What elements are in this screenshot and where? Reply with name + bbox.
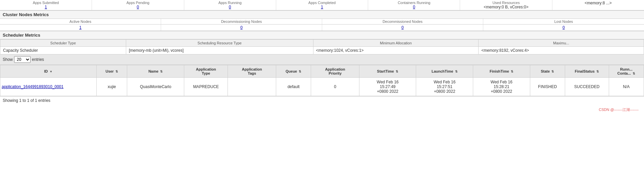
decommissioned-nodes-label: Decommissioned Nodes xyxy=(324,19,482,24)
cell-id: application_1644991893010_0001 xyxy=(0,78,97,96)
maximum-allocation-col-header: Maximu... xyxy=(479,40,644,47)
apps-completed-cell: Apps Completed 1 xyxy=(276,0,368,10)
decommissioned-nodes-value[interactable]: 0 xyxy=(324,25,482,30)
containers-running-cell: Containers Running 0 xyxy=(368,0,460,10)
col-header-id[interactable]: ID ▼ xyxy=(0,65,97,78)
cell-starttime: Wed Feb 1615:27:49+0800 2022 xyxy=(359,78,416,96)
scheduling-resource-type-value: [memory-mb (unit=Mi), vcores] xyxy=(126,47,313,54)
sort-icon-name: ⇅ xyxy=(160,70,163,73)
sort-icon-starttime: ⇅ xyxy=(396,70,398,73)
app-id-link[interactable]: application_1644991893010_0001 xyxy=(2,84,63,89)
main-container: Apps Submitted 1 Apps Pending 0 Apps Run… xyxy=(0,0,644,115)
showing-footer: Showing 1 to 1 of 1 entries xyxy=(0,96,644,105)
apps-pending-label: Apps Pending xyxy=(93,1,182,5)
sort-icon-id: ▼ xyxy=(50,70,53,73)
containers-running-label: Containers Running xyxy=(369,1,458,5)
scheduler-type-value: Capacity Scheduler xyxy=(0,47,126,54)
scheduler-header: Scheduler Metrics xyxy=(0,31,644,39)
applications-table: ID ▼ User ⇅ Name ⇅ ApplicationType Appli… xyxy=(0,65,644,96)
decommissioned-nodes-label-cell: Decommissioned Nodes xyxy=(322,19,483,24)
cell-state: FINISHED xyxy=(530,78,565,96)
apps-pending-value[interactable]: 0 xyxy=(93,5,182,9)
used-resources-value: <memory:0 B, vCores:0> xyxy=(461,5,550,9)
sort-icon-state: ⇅ xyxy=(551,70,554,73)
col-header-runcontainers[interactable]: Runn...Conta... ⇅ xyxy=(609,65,644,78)
nodes-values-row: 1 0 0 0 xyxy=(0,25,644,31)
watermark-text: CSDN @-------江湖------- xyxy=(599,108,639,112)
col-header-apptype: ApplicationType xyxy=(184,65,228,78)
sort-icon-runcont: ⇅ xyxy=(633,72,635,75)
apps-completed-value[interactable]: 1 xyxy=(278,5,366,9)
cell-finalstatus: SUCCEEDED xyxy=(565,78,609,96)
col-header-apptags: ApplicationTags xyxy=(228,65,276,78)
cell-apptype: MAPREDUCE xyxy=(184,78,228,96)
show-entries-bar: Show 20 10 50 100 entries xyxy=(0,54,644,65)
used-resources2-cell: <memory:8 ...> xyxy=(552,0,644,10)
decommissioning-nodes-value[interactable]: 0 xyxy=(162,25,320,30)
col-header-user[interactable]: User ⇅ xyxy=(97,65,127,78)
apps-running-cell: Apps Running 0 xyxy=(184,0,276,10)
watermark: CSDN @-------江湖------- xyxy=(0,105,644,115)
cell-finishtime: Wed Feb 1615:28:21+0800 2022 xyxy=(473,78,530,96)
lost-nodes-value[interactable]: 0 xyxy=(485,25,643,30)
maximum-allocation-value: <memory:8192, vCores:4> xyxy=(479,47,644,54)
col-header-launchtime[interactable]: LaunchTime ⇅ xyxy=(416,65,473,78)
active-nodes-label: Active Nodes xyxy=(1,19,159,24)
apps-submitted-value[interactable]: 1 xyxy=(1,5,90,9)
sort-icon-finishtime: ⇅ xyxy=(511,70,513,73)
sort-icon-queue: ⇅ xyxy=(299,70,301,73)
cell-queue: default xyxy=(276,78,311,96)
cluster-nodes-title: Cluster Nodes Metrics xyxy=(3,12,49,17)
minimum-allocation-col-header: Minimum Allocation xyxy=(313,40,479,47)
decommissioning-nodes-label: Decommissioning Nodes xyxy=(162,19,320,24)
sort-icon-finalstatus: ⇅ xyxy=(596,70,599,73)
apps-pending-cell: Apps Pending 0 xyxy=(92,0,184,10)
containers-running-value[interactable]: 0 xyxy=(369,5,458,9)
col-header-starttime[interactable]: StartTime ⇅ xyxy=(359,65,416,78)
apps-submitted-cell: Apps Submitted 1 xyxy=(0,0,92,10)
lost-nodes-label: Lost Nodes xyxy=(485,19,643,24)
cell-name: QuasiMonteCarlo xyxy=(127,78,184,96)
cell-runcontainers: N/A xyxy=(609,78,644,96)
used-resources2-value: <memory:8 ...> xyxy=(554,1,643,5)
active-nodes-value-cell: 1 xyxy=(0,25,161,31)
col-header-queue[interactable]: Queue ⇅ xyxy=(276,65,311,78)
minimum-allocation-value: <memory:1024, vCores:1> xyxy=(313,47,479,54)
show-label: Show xyxy=(3,57,13,62)
decommissioning-nodes-value-cell: 0 xyxy=(161,25,322,31)
active-nodes-value[interactable]: 1 xyxy=(1,25,159,30)
col-header-state[interactable]: State ⇅ xyxy=(530,65,565,78)
active-nodes-label-cell: Active Nodes xyxy=(0,19,161,24)
sort-icon-user: ⇅ xyxy=(115,70,118,73)
col-header-finishtime[interactable]: FinishTime ⇅ xyxy=(473,65,530,78)
apps-submitted-label: Apps Submitted xyxy=(1,1,90,5)
nodes-labels-row: Active Nodes Decommissioning Nodes Decom… xyxy=(0,19,644,25)
lost-nodes-value-cell: 0 xyxy=(483,25,644,31)
lost-nodes-label-cell: Lost Nodes xyxy=(483,19,644,24)
cell-apptags xyxy=(228,78,276,96)
used-resources-cell: Used Resources <memory:0 B, vCores:0> xyxy=(460,0,552,10)
apps-running-label: Apps Running xyxy=(186,1,275,5)
used-resources-label: Used Resources xyxy=(461,1,550,5)
apps-completed-label: Apps Completed xyxy=(278,1,366,5)
scheduler-title: Scheduler Metrics xyxy=(3,33,40,38)
scheduling-resource-type-col-header: Scheduling Resource Type xyxy=(126,40,313,47)
entries-suffix: entries xyxy=(32,57,44,62)
showing-text: Showing 1 to 1 of 1 entries xyxy=(3,98,50,103)
col-header-finalstatus[interactable]: FinalStatus ⇅ xyxy=(565,65,609,78)
cluster-nodes-header: Cluster Nodes Metrics xyxy=(0,10,644,19)
decommissioning-nodes-label-cell: Decommissioning Nodes xyxy=(161,19,322,24)
scheduler-type-col-header: Scheduler Type xyxy=(0,40,126,47)
sort-icon-launchtime: ⇅ xyxy=(455,70,458,73)
decommissioned-nodes-value-cell: 0 xyxy=(322,25,483,31)
col-header-apppriority: ApplicationPriority xyxy=(311,65,359,78)
cell-apppriority: 0 xyxy=(311,78,359,96)
scheduler-table: Scheduler Type Scheduling Resource Type … xyxy=(0,39,644,54)
table-row: application_1644991893010_0001 xujie Qua… xyxy=(0,78,644,96)
apps-running-value[interactable]: 0 xyxy=(186,5,275,9)
cell-launchtime: Wed Feb 1615:27:51+0800 2022 xyxy=(416,78,473,96)
cell-user: xujie xyxy=(97,78,127,96)
col-header-name[interactable]: Name ⇅ xyxy=(127,65,184,78)
entries-select[interactable]: 20 10 50 100 xyxy=(14,56,31,63)
top-metrics-row: Apps Submitted 1 Apps Pending 0 Apps Run… xyxy=(0,0,644,10)
